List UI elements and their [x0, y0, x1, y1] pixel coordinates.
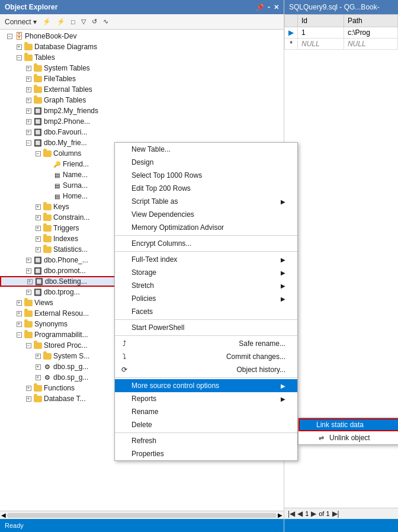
expand-views[interactable]: +: [14, 298, 24, 307]
expand-constraints[interactable]: +: [33, 213, 43, 222]
expand-col-surname[interactable]: [43, 181, 52, 190]
summary-button[interactable]: ∿: [101, 17, 111, 27]
menu-item-script-table[interactable]: Script Table as ▶: [115, 195, 297, 208]
expand-col-name[interactable]: [43, 170, 52, 180]
expand-dbo-tprog[interactable]: +: [24, 287, 33, 297]
expand-dbo-promo[interactable]: +: [24, 266, 33, 275]
tree-item-tables[interactable]: − Tables: [0, 52, 284, 63]
menu-item-refresh[interactable]: Refresh: [115, 434, 297, 447]
tree-item-system-tables[interactable]: + System Tables: [0, 63, 284, 73]
menu-item-rename[interactable]: Rename: [115, 405, 297, 418]
tree-item-dbo-fav[interactable]: + 🔲 dbo.Favouri...: [0, 127, 284, 137]
nav-prev-button[interactable]: ◀: [297, 509, 303, 518]
filter2-button[interactable]: ⚡: [54, 17, 68, 27]
menu-item-start-ps[interactable]: Start PowerShell: [115, 321, 297, 334]
expand-filetables[interactable]: +: [24, 74, 33, 84]
menu-item-select-top[interactable]: Select Top 1000 Rows: [115, 169, 297, 182]
table-row-1[interactable]: ▶ 1 c:\Prog: [285, 27, 398, 39]
expand-col-home[interactable]: [43, 191, 52, 201]
expand-statistics[interactable]: +: [33, 245, 43, 254]
expand-dbo-settings[interactable]: +: [25, 277, 34, 286]
table-row-2[interactable]: * NULL NULL: [285, 39, 398, 50]
tree-item-phonebook[interactable]: − 🗄 PhoneBook-Dev: [0, 31, 284, 41]
expand-system-s[interactable]: +: [33, 351, 43, 361]
sub-menu-unlink-obj[interactable]: ⇌ Unlink object: [298, 431, 398, 444]
row1-id[interactable]: 1: [298, 27, 344, 39]
menu-item-commit[interactable]: ⤵ Commit changes...: [115, 350, 297, 363]
expand-database-t[interactable]: +: [24, 394, 33, 403]
menu-item-properties[interactable]: Properties: [115, 447, 297, 460]
menu-item-edit-top[interactable]: Edit Top 200 Rows: [115, 182, 297, 195]
menu-item-stretch[interactable]: Stretch ▶: [115, 279, 297, 292]
row2-id[interactable]: NULL: [298, 39, 344, 50]
row2-path[interactable]: NULL: [344, 39, 397, 50]
menu-item-storage[interactable]: Storage ▶: [115, 266, 297, 279]
expand-programmability[interactable]: −: [14, 330, 24, 339]
menu-item-view-deps[interactable]: View Dependencies: [115, 208, 297, 221]
expand-bmp2-friends[interactable]: +: [24, 106, 33, 116]
menu-item-more-source[interactable]: More source control options ▶: [115, 379, 297, 392]
tree-item-graph-tables[interactable]: + Graph Tables: [0, 95, 284, 105]
hscrollbar[interactable]: ◀ ▶: [0, 511, 284, 519]
tree-label-dbo-phone: dbo.Phone_...: [43, 256, 88, 264]
expand-dbo-sp-g1[interactable]: +: [33, 362, 43, 371]
expand-synonyms[interactable]: +: [14, 319, 24, 329]
tree-item-diagrams[interactable]: + Database Diagrams: [0, 41, 284, 52]
sub-menu-link-static[interactable]: Link static data: [298, 418, 398, 431]
expand-indexes[interactable]: +: [33, 234, 43, 243]
expand-stored-procs[interactable]: −: [24, 341, 33, 350]
menu-item-reports[interactable]: Reports ▶: [115, 392, 297, 405]
tree-item-bmp2-phone[interactable]: + 🔲 bmp2.Phone...: [0, 116, 284, 127]
tree-label-filetables: FileTables: [43, 75, 76, 83]
menu-item-delete[interactable]: Delete: [115, 418, 297, 431]
expand-col-friendid[interactable]: [43, 159, 52, 169]
stop-button[interactable]: □: [69, 17, 78, 27]
connect-button[interactable]: Connect ▾: [2, 17, 39, 27]
menu-item-new-table[interactable]: New Table...: [115, 143, 297, 156]
table-icon-dbo-sp-g1: ⚙: [43, 362, 52, 371]
nav-forward-button[interactable]: ▶|: [332, 509, 339, 518]
menu-item-design[interactable]: Design: [115, 156, 297, 169]
expand-tables[interactable]: −: [14, 53, 24, 62]
menu-label-encrypt-cols: Encrypt Columns...: [131, 239, 191, 248]
tree-item-bmp2-friends[interactable]: + 🔲 bmp2.My_friends: [0, 105, 284, 116]
expand-keys[interactable]: +: [33, 202, 43, 211]
menu-label-storage: Storage: [131, 268, 156, 277]
expand-phonebook[interactable]: −: [5, 31, 14, 41]
collapse-button[interactable]: ▽: [79, 17, 88, 27]
row1-path[interactable]: c:\Prog: [344, 27, 397, 39]
right-panel: SQLQuery9.sql - QG...Book- Id Path ▶ 1 c…: [284, 0, 398, 532]
pin-icon[interactable]: 📌: [256, 4, 264, 11]
expand-diagrams[interactable]: +: [14, 42, 24, 52]
expand-columns[interactable]: −: [33, 149, 43, 158]
menu-item-fulltext-idx[interactable]: Full-Text index ▶: [115, 253, 297, 266]
filter-button[interactable]: ⚡: [40, 17, 53, 27]
arrow-script-table: ▶: [281, 198, 285, 205]
expand-dbo-phone[interactable]: +: [24, 255, 33, 265]
expand-graph-tables[interactable]: +: [24, 95, 33, 105]
menu-item-obj-history[interactable]: ⟳ Object history...: [115, 363, 297, 376]
expand-bmp2-phone[interactable]: +: [24, 117, 33, 126]
close-icon[interactable]: ✕: [274, 4, 279, 11]
tree-item-external-tables[interactable]: + External Tables: [0, 84, 284, 95]
expand-dbo-fav[interactable]: +: [24, 127, 33, 137]
expand-system-tables[interactable]: +: [24, 63, 33, 73]
expand-dbo-myfriend[interactable]: −: [24, 138, 33, 148]
tree-item-filetables[interactable]: + FileTables: [0, 73, 284, 84]
refresh-toolbar-button[interactable]: ↺: [89, 17, 100, 27]
expand-functions[interactable]: +: [24, 383, 33, 393]
nav-back-button[interactable]: |◀: [288, 509, 295, 518]
menu-item-safe-rename[interactable]: ⤴ Safe rename...: [115, 337, 297, 350]
menu-item-encrypt-cols[interactable]: Encrypt Columns...: [115, 237, 297, 250]
expand-external-res[interactable]: +: [14, 309, 24, 318]
menu-item-facets[interactable]: Facets: [115, 305, 297, 318]
menu-item-memory-opt[interactable]: Memory Optimization Advisor: [115, 221, 297, 234]
menu-item-policies[interactable]: Policies ▶: [115, 292, 297, 305]
table-icon-bmp2-friends: 🔲: [33, 106, 43, 116]
tree-label-system-s: System S...: [52, 352, 89, 360]
col-id-header: Id: [298, 15, 344, 27]
expand-dbo-sp-g2[interactable]: +: [33, 373, 43, 382]
nav-next-button[interactable]: ▶: [311, 509, 316, 518]
expand-external-tables[interactable]: +: [24, 85, 33, 94]
expand-triggers[interactable]: +: [33, 223, 43, 233]
